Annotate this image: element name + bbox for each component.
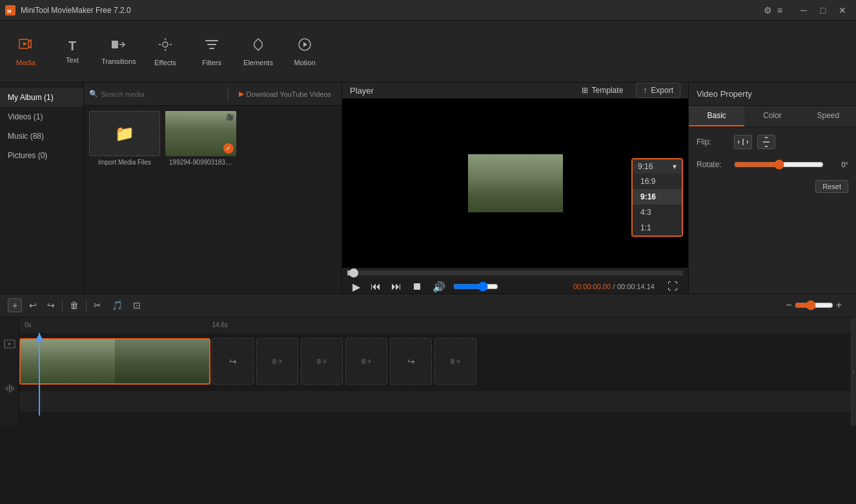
audio-detach-button[interactable]: 🎵 xyxy=(108,298,126,312)
titlebar: M MiniTool MovieMaker Free 7.2.0 ⚙ ≡ ─ □… xyxy=(0,0,856,21)
rotate-label: Rotate: xyxy=(697,160,729,169)
toolbar-item-media[interactable]: Media xyxy=(3,26,49,77)
reset-button[interactable]: Reset xyxy=(815,180,848,193)
aspect-option-1-1[interactable]: 1:1 xyxy=(633,220,682,236)
play-button[interactable]: ▶ xyxy=(350,279,363,294)
toolbar-item-filters[interactable]: Filters xyxy=(189,26,235,77)
bottom-area: + ↩ ↪ 🗑 ✂ 🎵 ⊡ − + xyxy=(0,294,856,505)
tab-basic[interactable]: Basic xyxy=(689,106,744,126)
property-tabs: Basic Color Speed xyxy=(689,106,856,127)
toolbar-item-transitions[interactable]: Transitions xyxy=(96,26,142,77)
stop-button[interactable]: ⏹ xyxy=(409,279,425,294)
player-header: Player ⊞ Template ↑ Export xyxy=(342,83,688,99)
clip-label: 199294-909903183.... xyxy=(165,159,236,166)
settings-icon-btn[interactable]: ⚙ xyxy=(764,5,772,15)
transition-slot-5[interactable]: ↪ xyxy=(390,338,432,385)
tab-color[interactable]: Color xyxy=(744,106,800,126)
player-title: Player xyxy=(350,86,569,96)
volume-slider[interactable] xyxy=(453,281,498,292)
progress-thumb[interactable] xyxy=(349,268,358,277)
template-button[interactable]: ⊞ Template xyxy=(576,83,629,97)
aspect-option-9-16[interactable]: 9:16 xyxy=(633,189,682,205)
zoom-in-button[interactable]: + xyxy=(836,299,842,311)
video-clip-item[interactable]: 🎥 ✓ 199294-909903183.... xyxy=(165,111,236,166)
transition-slot-2[interactable] xyxy=(256,338,298,385)
center-right: Player ⊞ Template ↑ Export xyxy=(342,83,856,294)
cut-button[interactable]: ✂ xyxy=(90,298,105,312)
video-track-row: ↪ ↪ xyxy=(19,336,851,387)
toolbar-item-elements[interactable]: Elements xyxy=(235,26,281,77)
redo-button[interactable]: ↪ xyxy=(44,298,58,312)
sidebar-item-videos[interactable]: Videos (1) xyxy=(0,107,83,126)
video-clip-thumb: 🎥 ✓ xyxy=(165,111,236,156)
zoom-out-button[interactable]: − xyxy=(786,299,791,311)
menu-icon-btn[interactable]: ≡ xyxy=(777,5,782,15)
close-button[interactable]: ✕ xyxy=(834,4,851,17)
timeline-content: 0s 14.6s xyxy=(0,318,856,426)
prev-button[interactable]: ⏮ xyxy=(368,279,383,294)
property-panel-title: Video Property xyxy=(689,83,856,106)
aspect-header[interactable]: 9:16 ▾ xyxy=(633,159,682,174)
delete-button[interactable]: 🗑 xyxy=(66,298,82,312)
transitions-icon xyxy=(111,38,127,55)
maximize-button[interactable]: □ xyxy=(815,4,831,17)
import-media-item[interactable]: 📁 Import Media Files xyxy=(89,111,160,166)
sidebar-item-my-album[interactable]: My Album (1) xyxy=(0,88,83,107)
flip-vertical-button[interactable] xyxy=(757,135,775,149)
toolbar-divider xyxy=(228,88,229,101)
next-button[interactable]: ⏭ xyxy=(389,279,404,294)
template-label: Template xyxy=(592,86,624,95)
flip-horizontal-button[interactable] xyxy=(734,135,752,149)
ruler-start: 0s xyxy=(25,321,32,328)
crop-button[interactable]: ⊡ xyxy=(130,298,144,312)
toolbar-item-text[interactable]: T Text xyxy=(49,26,96,77)
video-track-icon xyxy=(4,338,15,352)
check-badge: ✓ xyxy=(223,143,234,154)
media-icon xyxy=(18,37,34,56)
aspect-option-16-9[interactable]: 16:9 xyxy=(633,174,682,189)
toolbar-item-effects[interactable]: Effects xyxy=(142,26,189,77)
media-toolbar: 🔍 Search media ▶ Download YouTube Videos xyxy=(84,83,341,106)
track-clips: ↪ ↪ xyxy=(19,336,851,387)
player-controls: ▶ ⏮ ⏭ ⏹ 🔊 00:00:00.00 / 00:00:14.14 ⛶ xyxy=(342,278,688,294)
transition-slot-3[interactable] xyxy=(301,338,343,385)
transition-slot-1[interactable]: ↪ xyxy=(212,338,254,385)
aspect-option-4-3[interactable]: 4:3 xyxy=(633,205,682,220)
fullscreen-button[interactable]: ⛶ xyxy=(665,278,680,294)
player-progress-bar[interactable] xyxy=(347,270,683,276)
filters-label: Filters xyxy=(202,59,221,66)
elements-label: Elements xyxy=(243,59,273,66)
clip-frame-2 xyxy=(115,339,209,383)
search-icon: 🔍 xyxy=(89,90,98,98)
elements-icon xyxy=(250,37,266,56)
video-top-black xyxy=(468,99,563,154)
sidebar-item-music[interactable]: Music (88) xyxy=(0,126,83,146)
undo-button[interactable]: ↩ xyxy=(26,298,40,312)
tl-divider-1 xyxy=(62,299,63,312)
zoom-slider[interactable] xyxy=(795,300,833,310)
app-title: MiniTool MovieMaker Free 7.2.0 xyxy=(21,6,759,15)
download-youtube-button[interactable]: ▶ Download YouTube Videos xyxy=(234,87,337,101)
volume-button[interactable]: 🔊 xyxy=(430,279,448,294)
import-thumb: 📁 xyxy=(89,111,160,156)
toolbar-item-motion[interactable]: Motion xyxy=(281,26,328,77)
title-icons: ⚙ ≡ xyxy=(764,5,782,15)
clip-frame-1 xyxy=(21,339,115,383)
tl-divider-2 xyxy=(86,299,87,312)
transition-slot-4[interactable] xyxy=(345,338,387,385)
rotate-slider[interactable] xyxy=(734,159,824,170)
svg-rect-13 xyxy=(362,359,365,364)
minimize-button[interactable]: ─ xyxy=(795,4,812,17)
timeline-tracks: 0s 14.6s xyxy=(19,318,851,426)
reset-row: Reset xyxy=(697,180,848,193)
transition-slot-6[interactable] xyxy=(434,338,476,385)
sidebar-item-pictures[interactable]: Pictures (0) xyxy=(0,146,83,165)
svg-marker-6 xyxy=(254,39,262,50)
export-button[interactable]: ↑ Export xyxy=(636,83,680,98)
timeline-playhead[interactable] xyxy=(39,333,40,416)
add-track-button[interactable]: + xyxy=(8,298,22,312)
video-clip-timeline[interactable] xyxy=(19,338,210,385)
motion-label: Motion xyxy=(294,59,315,66)
timeline-right-handle[interactable]: ‹ xyxy=(851,318,856,426)
tab-speed[interactable]: Speed xyxy=(800,106,856,126)
